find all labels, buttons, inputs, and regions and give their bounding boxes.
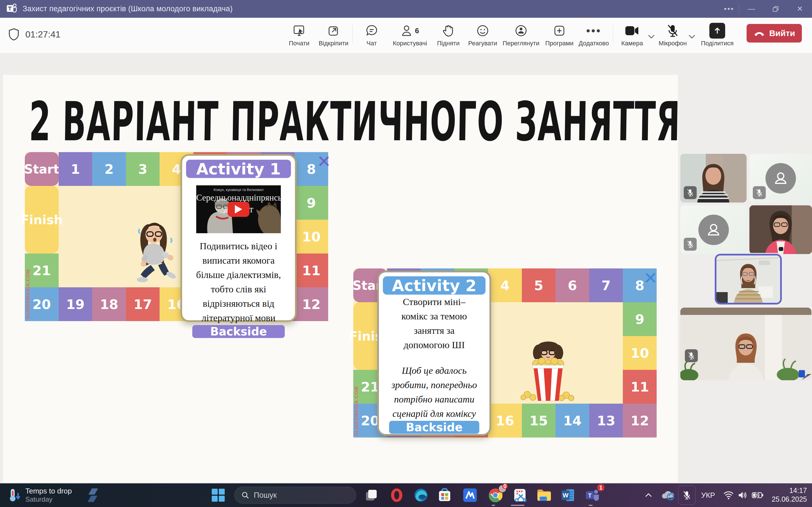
- start-share-button[interactable]: Почати: [282, 20, 316, 47]
- slidesmania-watermark: SLIDESMANIA.COM: [354, 386, 359, 436]
- board-cell-19: 19: [59, 287, 93, 321]
- edge-icon[interactable]: [412, 486, 430, 504]
- unpin-button[interactable]: Відкріпити: [316, 20, 351, 47]
- wifi-icon[interactable]: [723, 483, 733, 507]
- board-cell-18: 18: [92, 287, 126, 321]
- board-cell-1: 1: [59, 152, 93, 186]
- start-button[interactable]: [209, 486, 227, 504]
- participant-tile-1[interactable]: [680, 154, 747, 203]
- activity-2-text-2: Щоб це вдалось зробити, попередньо потрі…: [383, 363, 486, 421]
- apps-button[interactable]: Програми: [542, 20, 576, 47]
- plus-square-icon: [553, 23, 566, 38]
- pinned-app-icon[interactable]: [85, 486, 103, 504]
- running-girl-bitmoji: [131, 221, 179, 287]
- board-cell-17: 17: [126, 287, 160, 321]
- activity-2-title: Activity 2: [383, 276, 486, 295]
- participant-tile-3[interactable]: [680, 205, 747, 254]
- board-cell-10: 10: [294, 220, 328, 253]
- youtube-play-icon[interactable]: [227, 202, 250, 217]
- snipping-tool-icon[interactable]: [511, 486, 529, 504]
- titlebar-more-button[interactable]: •••: [719, 4, 739, 13]
- activity-2-close-icon[interactable]: ✕: [644, 270, 658, 286]
- volume-icon[interactable]: [738, 483, 748, 507]
- participant-tile-4[interactable]: [749, 205, 812, 254]
- camera-chevron-icon[interactable]: [648, 34, 655, 40]
- tray-mic-muted-button[interactable]: [678, 486, 696, 505]
- activity-1-video-thumbnail[interactable]: Кожух, кукавиця та Вилихвил Середньонадд…: [196, 185, 281, 233]
- meeting-stage: 2 ВАРІАНТ ПРАКТИЧНОГО ЗАНЯТТЯ Start12345…: [0, 54, 812, 483]
- chat-button[interactable]: Чат: [354, 20, 389, 47]
- search-icon: [241, 491, 249, 499]
- meeting-title: Захист педагогічних проєктів (Школа моло…: [22, 4, 233, 13]
- battery-icon[interactable]: [752, 483, 763, 507]
- tray-date: 25.06.2025: [772, 495, 807, 504]
- restore-button[interactable]: [763, 0, 788, 18]
- activity-1-close-icon[interactable]: ✕: [317, 153, 331, 170]
- participant-tile-6[interactable]: [680, 307, 811, 380]
- participant-tile-2[interactable]: [749, 154, 812, 203]
- mic-muted-indicator: [753, 186, 766, 199]
- participants-button[interactable]: 6 Користувачі: [389, 20, 431, 47]
- react-button[interactable]: Реагувати: [465, 20, 500, 47]
- weather-subline: Saturday: [26, 496, 72, 504]
- task-view-icon[interactable]: [362, 486, 380, 504]
- search-placeholder: Пошук: [254, 491, 276, 500]
- shield-icon: [8, 28, 20, 41]
- hangup-icon: [753, 30, 765, 36]
- mic-button[interactable]: Мікрофон: [656, 20, 690, 47]
- board-cell-11: 11: [294, 253, 328, 287]
- activity-1-title: Activity 1: [186, 160, 291, 178]
- teams-badge: 1: [597, 484, 605, 491]
- board-cell-3: 3: [126, 152, 160, 186]
- taskbar-search[interactable]: Пошук: [234, 487, 356, 504]
- opera-icon[interactable]: [388, 486, 406, 504]
- language-indicator[interactable]: УКР: [701, 483, 715, 507]
- thermometer-icon: [8, 488, 21, 503]
- board-cell-14: 14: [555, 404, 589, 438]
- chat-icon: [365, 23, 378, 38]
- file-explorer-icon[interactable]: [535, 486, 553, 504]
- board-cell-13: 13: [589, 404, 623, 438]
- leave-button[interactable]: Вийти: [747, 24, 802, 43]
- taskbar-clock[interactable]: 14:17 25.06.2025: [772, 486, 807, 504]
- store-icon[interactable]: [436, 486, 454, 504]
- minimize-button[interactable]: —: [739, 0, 763, 18]
- mic-muted-indicator: [684, 238, 697, 251]
- toolbar-divider-2: [613, 25, 613, 43]
- camera-icon: [625, 23, 640, 38]
- weather-headline: Temps to drop: [26, 487, 72, 496]
- more-button[interactable]: ••• Додатково: [576, 20, 611, 47]
- share-button[interactable]: Поділитися: [696, 20, 739, 47]
- board-cell-16: 16: [488, 404, 522, 438]
- mic-muted-indicator: [684, 186, 697, 199]
- avatar-placeholder-icon: [765, 163, 796, 193]
- view-button[interactable]: Переглянути: [500, 20, 542, 47]
- teams-icon[interactable]: T 1: [583, 486, 602, 504]
- chrome-icon[interactable]: 0: [486, 486, 504, 504]
- weather-widget[interactable]: Temps to drop Saturday: [8, 483, 72, 507]
- mic-chevron-icon[interactable]: [688, 34, 696, 40]
- board-cell-10: 10: [623, 336, 657, 370]
- word-icon[interactable]: W: [559, 486, 577, 504]
- close-button[interactable]: ✕: [788, 0, 812, 18]
- shared-slide: 2 ВАРІАНТ ПРАКТИЧНОГО ЗАНЯТТЯ Start12345…: [3, 75, 678, 483]
- running-indicator: [492, 505, 495, 506]
- activity-2-text-1: Створити міні–комікс за темою заняття за…: [383, 295, 486, 352]
- svg-text:W: W: [563, 492, 569, 499]
- board-cell-4: 4: [488, 269, 522, 302]
- onedrive-icon[interactable]: [661, 483, 675, 507]
- screen-cursor-icon: [293, 23, 306, 38]
- activity-1-backside-button[interactable]: Backside: [192, 325, 285, 338]
- camera-button[interactable]: Камера: [615, 20, 649, 47]
- avatar-placeholder-icon: [698, 215, 729, 245]
- board-cell-11: 11: [623, 370, 657, 404]
- m-app-icon[interactable]: [461, 486, 479, 504]
- meeting-toolbar: 01:27:41 Почати Відкріпити Чат 6: [0, 18, 812, 54]
- chrome-badge: 0: [502, 483, 508, 489]
- board-cell-7: 7: [589, 269, 623, 302]
- participant-tile-active[interactable]: [716, 256, 780, 303]
- tray-chevron-icon[interactable]: [645, 483, 652, 507]
- activity-2-backside-button[interactable]: Backside: [389, 421, 479, 434]
- board-cell-12: 12: [623, 404, 657, 438]
- raise-hand-button[interactable]: Підняти: [431, 20, 465, 47]
